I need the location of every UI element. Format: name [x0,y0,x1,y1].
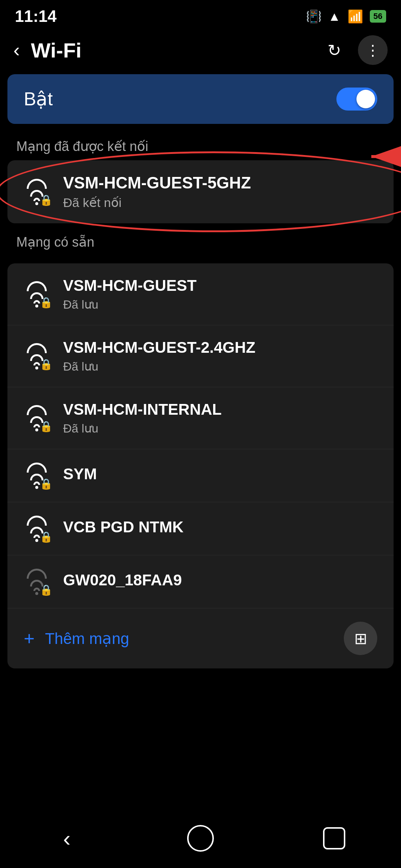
back-button[interactable]: ‹ [13,40,20,60]
nav-recents-icon [323,827,345,849]
connected-network-info: VSM-HCM-GUEST-5GHZ Đã kết nối [63,174,377,210]
nav-back-icon: ‹ [63,826,71,851]
network-status: Đã lưu [63,359,377,374]
lock-icon: 🔒 [40,296,53,309]
network-info: VSM-HCM-INTERNAL Đã lưu [63,401,377,435]
network-name: VSM-HCM-GUEST [63,277,377,295]
list-item[interactable]: 🔒 VSM-HCM-GUEST Đã lưu [7,263,394,325]
nav-home-icon [187,825,214,852]
lock-icon: 🔒 [40,584,53,596]
wifi-arc-small [33,362,40,365]
list-item[interactable]: 🔒 GW020_18FAA9 [7,555,394,608]
network-info: SYM [63,465,377,486]
wifi-arc-large [27,516,47,526]
add-network-row[interactable]: + Thêm mạng ⊞ [7,608,394,668]
network-name: SYM [63,465,377,483]
nav-recents-button[interactable] [319,823,349,853]
network-info: GW020_18FAA9 [63,571,377,592]
lock-icon: 🔒 [40,478,53,490]
wifi-toggle-label: Bật [24,88,53,110]
lock-icon: 🔒 [40,358,53,371]
network-info: VSM-HCM-GUEST-2.4GHZ Đã lưu [63,339,377,374]
wifi-arc-large [27,179,47,189]
add-network-icon: + [24,628,35,649]
wifi-dot [35,486,38,489]
wifi-dot [35,592,38,595]
list-item[interactable]: 🔒 VCB PGD NTMK [7,502,394,555]
nav-back-button[interactable]: ‹ [52,823,82,853]
connected-network-wrapper: 🔒 VSM-HCM-GUEST-5GHZ Đã kết nối [7,160,394,223]
wifi-arc-small [33,424,40,427]
wifi-arc-large [27,569,47,579]
list-item[interactable]: 🔒 VSM-HCM-GUEST-2.4GHZ Đã lưu [7,325,394,387]
lock-icon: 🔒 [40,420,53,433]
wifi-arc-small [33,588,40,591]
wifi-arc-small [33,535,40,538]
wifi-dot [35,202,38,205]
wifi-icon-container: 🔒 [24,281,50,307]
add-network-label: Thêm mạng [45,629,129,648]
network-status: Đã lưu [63,297,377,312]
qr-icon: ⊞ [354,629,367,648]
list-item[interactable]: 🔒 SYM [7,449,394,502]
refresh-icon: ↻ [327,41,341,60]
status-icons: 📳 ▲ 📶 56 [306,9,386,24]
qr-scan-button[interactable]: ⊞ [344,622,377,655]
connected-wifi-icon-container: 🔒 [24,179,50,205]
refresh-button[interactable]: ↻ [319,35,349,65]
nav-home-button[interactable] [186,823,215,853]
wifi-dot [35,366,38,369]
lock-icon: 🔒 [40,531,53,543]
wifi-toggle-section: Bật [7,74,394,124]
vibrate-icon: 📳 [306,9,322,24]
network-name: VSM-HCM-INTERNAL [63,401,377,418]
wifi-icon-container: 🔒 [24,463,50,489]
available-section-label: Mạng có sẵn [0,223,401,256]
wifi-toggle-switch[interactable] [336,88,377,111]
lock-icon: 🔒 [40,194,53,206]
network-status: Đã lưu [63,421,377,435]
page-title: Wi-Fi [31,38,308,62]
bottom-navigation: ‹ [0,816,401,868]
toggle-thumb [356,90,375,108]
wifi-icon-container: 🔒 [24,516,50,542]
connected-section-label: Mạng đã được kết nối [0,128,401,160]
wifi-arc-large [27,405,47,415]
signal-icon: 📶 [348,9,363,24]
status-bar: 11:14 📳 ▲ 📶 56 [0,0,401,30]
wifi-arc-large [27,343,47,353]
status-time: 11:14 [15,7,57,26]
wifi-dot [35,539,38,542]
network-name: VSM-HCM-GUEST-2.4GHZ [63,339,377,356]
wifi-dot [35,428,38,431]
wifi-status-icon: ▲ [328,9,341,24]
header-actions: ↻ ⋮ [319,35,388,65]
connected-network-status: Đã kết nối [63,195,377,210]
wifi-icon-container: 🔒 [24,569,50,595]
network-info: VCB PGD NTMK [63,518,377,539]
battery-indicator: 56 [370,10,386,23]
add-network-left: + Thêm mạng [24,628,129,649]
wifi-icon-container: 🔒 [24,343,50,369]
more-icon: ⋮ [365,42,380,59]
network-info: VSM-HCM-GUEST Đã lưu [63,277,377,312]
more-options-button[interactable]: ⋮ [358,35,388,65]
network-name: GW020_18FAA9 [63,571,377,589]
available-networks-list: 🔒 VSM-HCM-GUEST Đã lưu 🔒 VSM-HCM-GUEST-2… [7,263,394,668]
network-name: VCB PGD NTMK [63,518,377,536]
list-item[interactable]: 🔒 VSM-HCM-INTERNAL Đã lưu [7,387,394,449]
connected-network-item[interactable]: 🔒 VSM-HCM-GUEST-5GHZ Đã kết nối [7,160,394,223]
wifi-arc-small [33,198,40,201]
wifi-arc-small [33,481,40,485]
header: ‹ Wi-Fi ↻ ⋮ [0,30,401,70]
wifi-arc-small [33,300,40,303]
connected-network-name: VSM-HCM-GUEST-5GHZ [63,174,377,192]
wifi-dot [35,305,38,308]
wifi-arc-large [27,463,47,473]
wifi-icon-container: 🔒 [24,405,50,431]
wifi-arc-large [27,281,47,291]
